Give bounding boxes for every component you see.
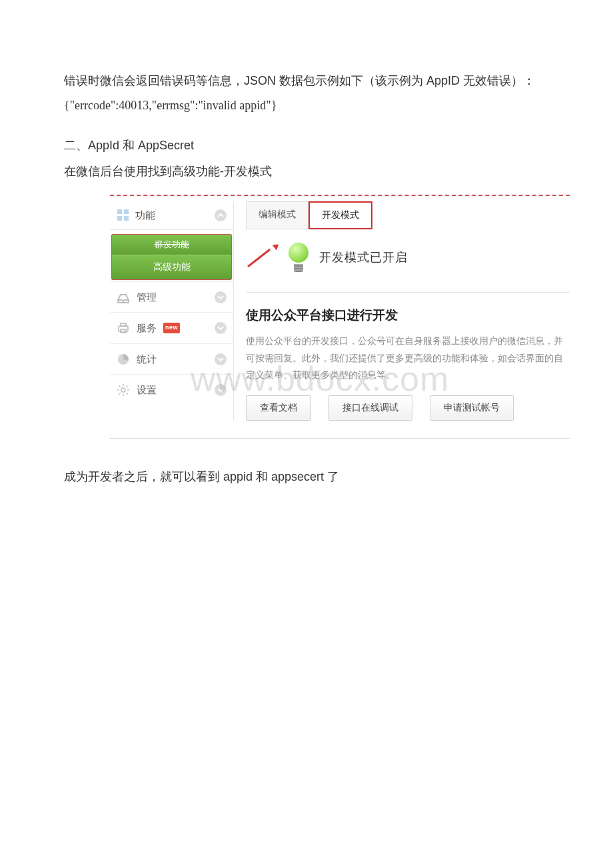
dev-section-title: 使用公众平台接口进行开发: [246, 305, 570, 326]
tab-dev-mode[interactable]: 开发模式: [308, 201, 372, 229]
chevron-down-icon: [215, 353, 227, 365]
chevron-down-icon: [215, 384, 227, 396]
printer-icon: [117, 321, 130, 335]
sidebar-manage-label: 管理: [137, 289, 157, 306]
svg-point-8: [121, 388, 125, 392]
sidebar-highlighted-group: 群发功能 高级功能: [111, 234, 232, 280]
svg-rect-0: [117, 209, 122, 214]
sidebar-item-advanced[interactable]: 高级功能: [112, 255, 231, 279]
chevron-down-icon: [215, 291, 227, 303]
svg-line-15: [119, 393, 121, 394]
dev-section-description: 使用公众平台的开发接口，公众号可在自身服务器上接收用户的微信消息，并可按需回复。…: [246, 333, 570, 383]
svg-line-13: [119, 386, 121, 387]
chevron-down-icon: [215, 322, 227, 334]
grid-icon: [117, 209, 130, 222]
new-badge: new: [163, 323, 180, 333]
inbox-icon: [117, 291, 130, 304]
online-debug-button[interactable]: 接口在线调试: [328, 395, 412, 421]
main-content: 编辑模式 开发模式 开发模式已开启 使用公众平台接口进行开发 使用公众平台的开发…: [234, 201, 570, 420]
svg-line-14: [126, 393, 127, 394]
intro-paragraph-1: 错误时微信会返回错误码等信息，JSON 数据包示例如下（该示例为 AppID 无…: [40, 71, 573, 91]
json-error-sample: {"errcode":40013,"errmsg":"invalid appid…: [40, 95, 573, 116]
chevron-up-icon: [215, 209, 227, 221]
svg-line-16: [126, 386, 127, 387]
action-buttons: 查看文档 接口在线调试 申请测试帐号: [246, 395, 570, 421]
gear-icon: [117, 383, 130, 397]
sidebar-service-label: 服务: [137, 319, 157, 337]
annotation-arrow-icon: [246, 245, 278, 270]
sidebar-settings-label: 设置: [137, 381, 157, 399]
sidebar-function-label: 功能: [135, 207, 155, 224]
screenshot-bottom-rule: [110, 438, 570, 439]
dev-mode-status: 开发模式已开启: [246, 243, 570, 272]
request-test-account-button[interactable]: 申请测试帐号: [430, 395, 514, 421]
wechat-admin-screenshot: 功能 群发功能 高级功能 管理: [110, 195, 570, 438]
svg-rect-3: [124, 216, 129, 221]
lightbulb-icon: [287, 243, 310, 272]
sidebar-section-service[interactable]: 服务 new: [110, 312, 233, 343]
horizontal-divider: [246, 292, 570, 293]
sidebar-section-manage[interactable]: 管理: [110, 281, 233, 313]
view-docs-button[interactable]: 查看文档: [246, 395, 311, 421]
sidebar-stats-label: 统计: [137, 351, 157, 368]
mode-tabs: 编辑模式 开发模式: [246, 201, 570, 229]
status-text: 开发模式已开启: [319, 247, 408, 268]
tab-edit-mode[interactable]: 编辑模式: [246, 201, 308, 229]
svg-rect-5: [121, 323, 126, 326]
sidebar-item-broadcast[interactable]: 群发功能: [112, 235, 231, 255]
sidebar: 功能 群发功能 高级功能 管理: [110, 201, 233, 420]
section-title: 二、AppId 和 AppSecret: [40, 135, 573, 156]
intro-paragraph-2: 在微信后台使用找到高级功能-开发模式: [40, 161, 573, 182]
sidebar-section-settings[interactable]: 设置: [110, 374, 233, 405]
svg-rect-2: [117, 216, 122, 221]
sidebar-section-function[interactable]: 功能: [110, 201, 233, 230]
sidebar-section-stats[interactable]: 统计: [110, 343, 233, 375]
svg-rect-4: [119, 326, 128, 331]
post-paragraph: 成为开发者之后，就可以看到 appid 和 appsecert 了: [40, 467, 573, 487]
piechart-icon: [117, 353, 130, 366]
svg-rect-1: [124, 209, 129, 214]
